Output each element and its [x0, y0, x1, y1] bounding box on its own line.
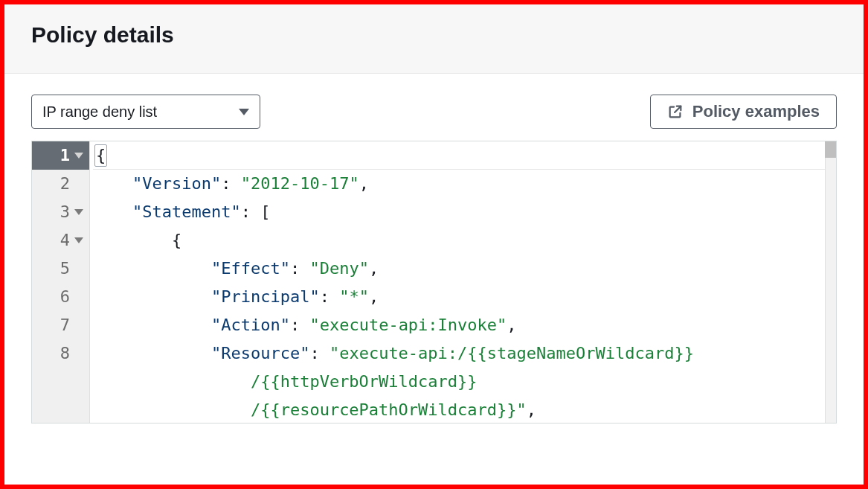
- code-line[interactable]: /{{httpVerbOrWildcard}}: [93, 368, 836, 396]
- panel-header: Policy details: [4, 4, 864, 74]
- chevron-down-icon: [239, 109, 249, 115]
- gutter-line: 7: [32, 311, 89, 339]
- page-title: Policy details: [31, 22, 837, 48]
- gutter-line: 2: [32, 170, 89, 198]
- editor-gutter: 12345678: [32, 141, 90, 423]
- policy-template-select[interactable]: IP range deny list: [31, 95, 260, 129]
- code-line[interactable]: "Principal": "*",: [93, 283, 836, 311]
- code-line[interactable]: {: [93, 226, 836, 255]
- select-value: IP range deny list: [42, 103, 157, 121]
- fold-toggle-icon[interactable]: [74, 209, 83, 215]
- gutter-line: [32, 368, 89, 396]
- code-line[interactable]: "Resource": "execute-api:/{{stageNameOrW…: [93, 339, 836, 368]
- fold-toggle-icon[interactable]: [74, 237, 83, 243]
- code-editor[interactable]: 12345678 { "Version": "2012-10-17", "Sta…: [31, 141, 837, 424]
- external-link-icon: [667, 103, 684, 120]
- scrollbar-thumb[interactable]: [825, 141, 836, 158]
- gutter-line: [32, 396, 89, 423]
- code-line[interactable]: {: [93, 141, 836, 170]
- gutter-line: 1: [32, 141, 89, 170]
- fold-toggle-icon[interactable]: [74, 153, 83, 159]
- code-line[interactable]: "Action": "execute-api:Invoke",: [93, 311, 836, 339]
- app-frame: Policy details IP range deny list Policy…: [0, 0, 868, 489]
- toolbar: IP range deny list Policy examples: [4, 74, 864, 141]
- gutter-line: 8: [32, 339, 89, 368]
- editor-code-area[interactable]: { "Version": "2012-10-17", "Statement": …: [90, 141, 836, 423]
- code-line[interactable]: /{{resourcePathOrWildcard}}",: [93, 396, 836, 423]
- scrollbar-track[interactable]: [825, 141, 836, 423]
- policy-examples-button[interactable]: Policy examples: [650, 95, 837, 129]
- gutter-line: 6: [32, 283, 89, 311]
- code-line[interactable]: "Effect": "Deny",: [93, 255, 836, 283]
- gutter-line: 5: [32, 255, 89, 283]
- policy-examples-label: Policy examples: [692, 102, 820, 121]
- code-line[interactable]: "Statement": [: [93, 198, 836, 226]
- gutter-line: 3: [32, 198, 89, 226]
- svg-line-0: [675, 106, 681, 112]
- gutter-line: 4: [32, 226, 89, 255]
- code-line[interactable]: "Version": "2012-10-17",: [93, 170, 836, 198]
